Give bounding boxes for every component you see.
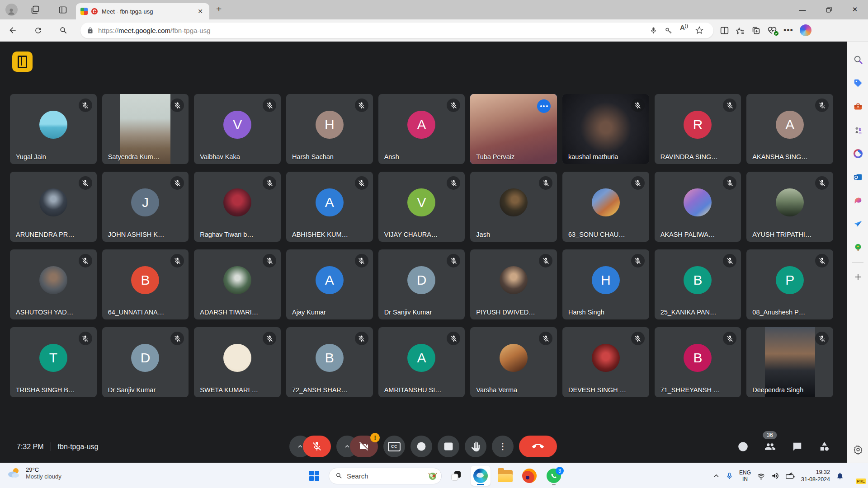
more-options-button[interactable]: ⋮ <box>492 436 514 457</box>
participant-tile[interactable]: DDr Sanjiv Kumar <box>102 327 189 397</box>
profile-avatar[interactable] <box>4 2 19 18</box>
participant-tile[interactable]: DEVESH SINGH … <box>562 327 649 397</box>
participant-tile[interactable]: AABHISHEK KUM… <box>286 172 373 242</box>
mic-control[interactable] <box>289 436 331 457</box>
participant-tile[interactable]: AYUSH TRIPATHI… <box>746 172 833 242</box>
browser-tab-meet[interactable]: Meet - fbn-tpga-usg ✕ <box>76 3 209 19</box>
taskbar-search-input[interactable]: Search <box>329 468 442 484</box>
restore-button[interactable] <box>816 0 842 19</box>
raise-hand-button[interactable] <box>465 436 486 457</box>
participant-tile[interactable]: HHarsh Singh <box>562 249 649 319</box>
sidebar-search-icon[interactable] <box>847 48 868 71</box>
people-button[interactable]: 36 <box>764 440 776 453</box>
participant-tile[interactable]: B25_KANIKA PAN… <box>655 249 741 319</box>
workspaces-icon[interactable] <box>27 2 42 18</box>
sidebar-add-icon[interactable] <box>847 265 868 289</box>
participant-tile[interactable]: VVaibhav Kaka <box>194 94 281 164</box>
language-indicator[interactable]: ENGIN <box>739 469 751 482</box>
tab-actions-icon[interactable] <box>55 2 71 18</box>
notification-bell-icon[interactable] <box>836 472 844 480</box>
tab-close-icon[interactable]: ✕ <box>196 7 205 16</box>
address-bar[interactable]: https://meet.google.com/fbn-tpga-usg A <box>80 23 713 38</box>
participant-tile[interactable]: AAKANSHA SING… <box>746 94 833 164</box>
tile-more-options-button[interactable] <box>537 99 551 113</box>
participant-tile[interactable]: kaushal mathuria <box>562 94 649 164</box>
reactions-button[interactable] <box>410 436 432 457</box>
mic-icon[interactable] <box>646 23 661 37</box>
favorite-star-icon[interactable] <box>692 23 707 37</box>
present-button[interactable] <box>438 436 459 457</box>
participant-tile[interactable]: ASHUTOSH YAD… <box>10 249 97 319</box>
sidebar-drop-icon[interactable] <box>847 212 868 236</box>
clock-widget[interactable]: 19:3231-08-2024 <box>801 469 830 483</box>
sidebar-toolbox-icon[interactable] <box>847 95 868 118</box>
participant-tile[interactable]: DDr Sanjiv Kumar <box>378 249 465 319</box>
mic-muted-button[interactable] <box>303 436 331 457</box>
tray-chevron-up-icon[interactable] <box>713 473 720 479</box>
new-tab-button[interactable]: + <box>216 4 222 14</box>
more-menu-icon[interactable]: ••• <box>783 26 793 35</box>
search-icon[interactable] <box>54 22 72 38</box>
camera-off-button[interactable]: ! <box>350 436 378 457</box>
participant-tile[interactable]: AAnsh <box>378 94 465 164</box>
browser-essentials-icon[interactable] <box>767 25 777 35</box>
participant-tile[interactable]: SWETA KUMARI … <box>194 327 281 397</box>
sidebar-tree-icon[interactable] <box>847 236 868 259</box>
close-button[interactable]: ✕ <box>842 0 868 19</box>
participant-tile[interactable]: B64_UNNATI ANA… <box>102 249 189 319</box>
back-icon[interactable] <box>4 22 22 38</box>
volume-icon[interactable] <box>771 472 779 480</box>
participant-tile[interactable]: AAMRITANSHU SI… <box>378 327 465 397</box>
taskbar-edge-button[interactable] <box>471 466 491 486</box>
participant-tile[interactable]: RRAVINDRA SING… <box>655 94 741 164</box>
participant-tile[interactable]: HHarsh Sachan <box>286 94 373 164</box>
favorites-list-icon[interactable] <box>736 26 745 35</box>
sidebar-games-icon[interactable] <box>847 118 868 142</box>
whatsapp-button[interactable]: 3 <box>544 466 564 486</box>
start-button[interactable] <box>304 466 324 486</box>
sidebar-outlook-icon[interactable] <box>847 165 868 189</box>
captions-button[interactable]: CC <box>383 436 405 457</box>
participant-tile[interactable]: ARUNENDRA PR… <box>10 172 97 242</box>
end-call-button[interactable] <box>519 436 557 457</box>
participant-tile[interactable]: B72_ANSH SHAR… <box>286 327 373 397</box>
firefox-button[interactable] <box>519 466 539 486</box>
participant-tile[interactable]: Raghav Tiwari b… <box>194 172 281 242</box>
sidebar-designer-icon[interactable] <box>847 189 868 212</box>
chat-button[interactable] <box>791 440 803 453</box>
activities-button[interactable] <box>818 440 830 453</box>
minimize-button[interactable]: — <box>789 0 816 19</box>
camera-control[interactable]: ! <box>336 436 378 457</box>
participant-tile[interactable]: PIYUSH DWIVED… <box>470 249 557 319</box>
password-key-icon[interactable] <box>661 23 676 37</box>
copilot-icon[interactable] <box>800 24 811 36</box>
sidebar-settings-icon[interactable] <box>847 445 868 455</box>
participant-tile[interactable]: P08_Anushesh P… <box>746 249 833 319</box>
participant-tile[interactable]: AAjay Kumar <box>286 249 373 319</box>
participant-tile[interactable]: 63_SONU CHAU… <box>562 172 649 242</box>
tray-mic-icon[interactable] <box>726 472 733 480</box>
read-aloud-icon[interactable]: A <box>676 23 692 37</box>
battery-pen-icon[interactable] <box>785 472 795 480</box>
participant-tile[interactable]: Satyendra Kum… <box>102 94 189 164</box>
refresh-icon[interactable] <box>29 22 47 38</box>
split-screen-icon[interactable] <box>720 26 729 35</box>
participant-tile[interactable]: Yugal Jain <box>10 94 97 164</box>
sidebar-shopping-icon[interactable] <box>847 71 868 95</box>
participant-tile[interactable]: AKASH PALIWA… <box>655 172 741 242</box>
participant-tile[interactable]: Tuba Pervaiz <box>470 94 557 164</box>
collections-icon[interactable] <box>751 26 761 35</box>
participant-tile[interactable]: JJOHN ASHISH K… <box>102 172 189 242</box>
participant-tile[interactable]: ADARSH TIWARI… <box>194 249 281 319</box>
meeting-details-button[interactable] <box>736 440 749 453</box>
wifi-icon[interactable] <box>757 472 765 480</box>
file-explorer-button[interactable] <box>495 466 515 486</box>
participant-tile[interactable]: Deependra Singh <box>746 327 833 397</box>
participant-tile[interactable]: Varsha Verma <box>470 327 557 397</box>
participant-tile[interactable]: VVIJAY CHAURA… <box>378 172 465 242</box>
weather-widget[interactable]: 29°C Mostly cloudy <box>6 465 61 481</box>
task-view-button[interactable] <box>446 466 466 486</box>
participant-tile[interactable]: TTRISHA SINGH B… <box>10 327 97 397</box>
participant-tile[interactable]: B71_SHREYANSH … <box>655 327 741 397</box>
participant-tile[interactable]: Jash <box>470 172 557 242</box>
